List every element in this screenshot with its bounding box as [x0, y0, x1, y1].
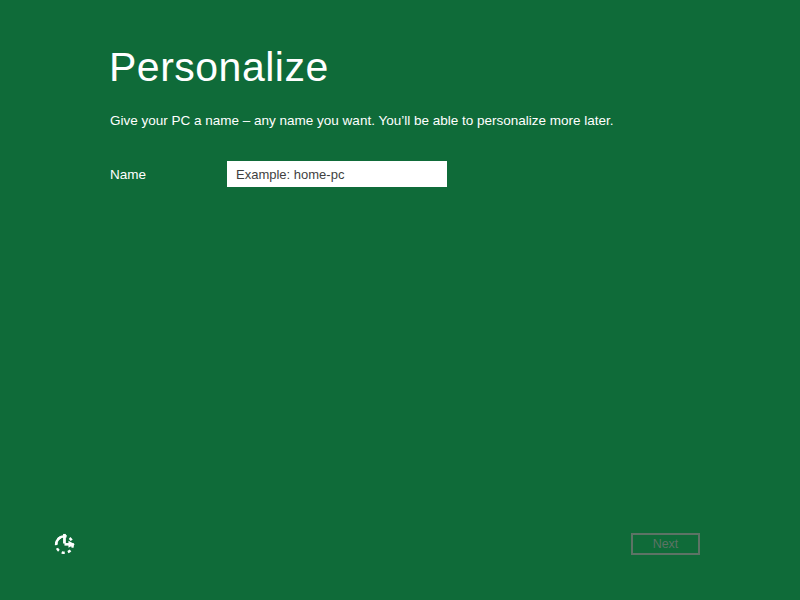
personalize-setup-screen: Personalize Give your PC a name – any na… [0, 0, 800, 600]
next-button[interactable]: Next [631, 533, 700, 555]
instruction-text: Give your PC a name – any name you want.… [110, 113, 614, 128]
ease-of-access-clock-icon [52, 530, 79, 560]
ease-of-access-button[interactable] [50, 530, 80, 560]
pc-name-form-row: Name [110, 161, 447, 187]
page-title: Personalize [109, 44, 329, 91]
pc-name-input[interactable] [227, 161, 447, 187]
name-label: Name [110, 167, 227, 182]
